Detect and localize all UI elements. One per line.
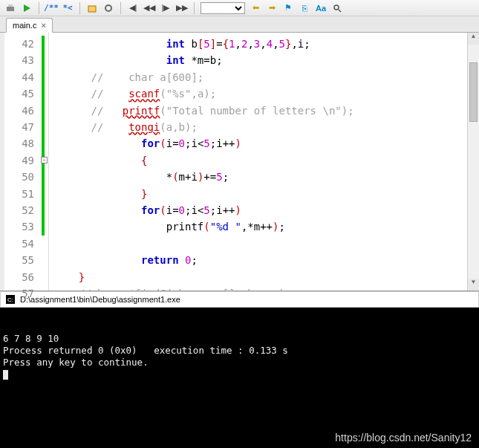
indent-right-icon[interactable]: |▶ — [160, 2, 172, 14]
svg-rect-0 — [7, 7, 14, 11]
svg-marker-2 — [24, 4, 30, 12]
svg-rect-1 — [8, 4, 13, 7]
uncomment-icon[interactable]: *< — [62, 2, 74, 14]
mark-up-icon[interactable]: ⚑ — [282, 2, 294, 14]
console-titlebar[interactable]: C: D:\assignment1\bin\Debug\assignment1.… — [0, 291, 479, 308]
match-case-icon[interactable]: Aa — [315, 2, 327, 14]
svg-rect-3 — [88, 6, 96, 12]
tab-bar: main.c × — [0, 16, 479, 33]
vertical-scrollbar[interactable]: ▲ ▼ — [467, 33, 479, 290]
tab-main-c[interactable]: main.c × — [6, 18, 53, 33]
console-panel: C: D:\assignment1\bin\Debug\assignment1.… — [0, 291, 479, 448]
marker-column: − — [40, 33, 49, 290]
nav-back-icon[interactable]: ⬅ — [250, 2, 261, 14]
console-output[interactable]: 6 7 8 9 10Process returned 0 (0x0) execu… — [0, 308, 479, 448]
nav-fwd-icon[interactable]: ➡ — [266, 2, 278, 14]
scroll-down-icon[interactable]: ▼ — [468, 279, 479, 290]
watermark-text: https://blog.csdn.net/Sanity12 — [335, 432, 472, 444]
comment-icon[interactable]: /** — [45, 2, 57, 14]
toolbar: /** *< ◀| ◀◀ |▶ ▶▶ ⬅ ➡ ⚑ ⎘ Aa — [0, 0, 479, 16]
search-icon[interactable] — [331, 2, 343, 14]
target-select[interactable] — [201, 2, 245, 14]
scroll-up-icon[interactable]: ▲ — [468, 33, 479, 45]
indent-left-icon[interactable]: ◀| — [127, 2, 139, 14]
copy-icon[interactable]: ⎘ — [299, 2, 310, 14]
tab-label: main.c — [13, 21, 36, 30]
indent-right2-icon[interactable]: ▶▶ — [176, 2, 188, 14]
fold-toggle[interactable]: − — [41, 157, 48, 163]
run-icon[interactable] — [21, 2, 33, 14]
print-icon[interactable] — [4, 2, 16, 14]
svg-point-4 — [105, 5, 111, 11]
code-editor[interactable]: 42434445464748495051525354555657 − int b… — [0, 33, 479, 291]
console-title-text: D:\assignment1\bin\Debug\assignment1.exe — [20, 295, 180, 304]
indent-left2-icon[interactable]: ◀◀ — [143, 2, 155, 14]
package-icon[interactable] — [86, 2, 98, 14]
change-bar — [42, 36, 45, 236]
scroll-thumb[interactable] — [469, 62, 478, 122]
code-area[interactable]: int b[5]={1,2,3,4,5},i; int *m=b; // cha… — [49, 33, 479, 290]
svg-line-6 — [339, 10, 341, 12]
settings-icon[interactable] — [102, 2, 114, 14]
svg-point-5 — [334, 5, 339, 10]
close-icon[interactable]: × — [41, 21, 45, 30]
line-gutter: 42434445464748495051525354555657 — [4, 33, 40, 290]
